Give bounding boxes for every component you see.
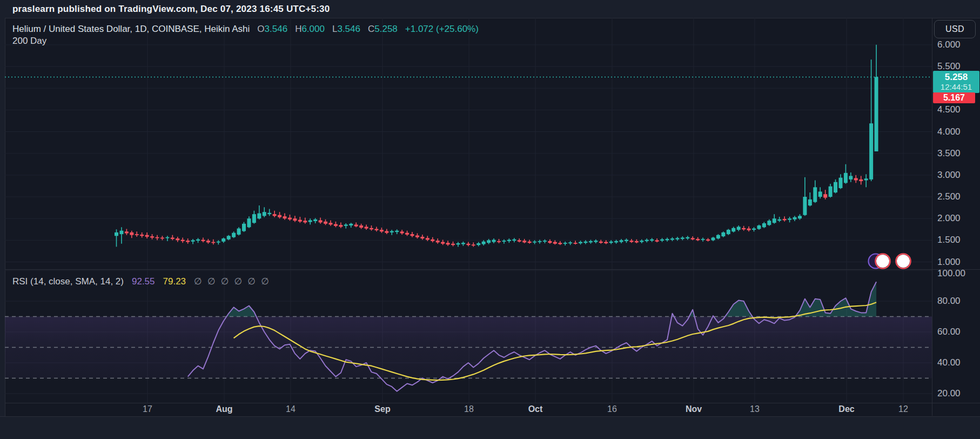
candle-body[interactable] bbox=[125, 231, 129, 233]
candle-body[interactable] bbox=[497, 241, 501, 242]
candle-body[interactable] bbox=[365, 227, 368, 228]
candle-body[interactable] bbox=[263, 212, 266, 216]
candle-body[interactable] bbox=[476, 243, 480, 245]
candle-body[interactable] bbox=[181, 240, 185, 241]
candle-body[interactable] bbox=[691, 238, 695, 239]
candle-body[interactable] bbox=[538, 241, 542, 242]
candle-body[interactable] bbox=[558, 243, 562, 244]
symbol-title[interactable]: Helium / United States Dollar, 1D, COINB… bbox=[12, 24, 250, 35]
candle-body[interactable] bbox=[813, 187, 817, 202]
candle-body[interactable] bbox=[533, 242, 536, 243]
candle-body[interactable] bbox=[395, 231, 399, 232]
candle-body[interactable] bbox=[808, 199, 812, 205]
candle-body[interactable] bbox=[609, 242, 613, 243]
candle-body[interactable] bbox=[273, 214, 277, 216]
candle-body[interactable] bbox=[829, 187, 833, 197]
candle-body[interactable] bbox=[767, 221, 771, 225]
candle-body[interactable] bbox=[492, 240, 496, 242]
candle-body[interactable] bbox=[716, 235, 720, 238]
candle-body[interactable] bbox=[737, 227, 741, 230]
candle-body[interactable] bbox=[247, 218, 251, 227]
candle-body[interactable] bbox=[666, 239, 669, 240]
candle-body[interactable] bbox=[115, 232, 118, 236]
candle-body[interactable] bbox=[420, 237, 424, 238]
candle-body[interactable] bbox=[451, 244, 455, 245]
candle-body[interactable] bbox=[186, 241, 190, 242]
candle-body[interactable] bbox=[747, 229, 751, 230]
candle-body[interactable] bbox=[579, 242, 582, 243]
candle-body[interactable] bbox=[548, 241, 552, 243]
candle-body[interactable] bbox=[650, 240, 654, 241]
candle-body[interactable] bbox=[706, 240, 710, 241]
candle-body[interactable] bbox=[777, 220, 781, 221]
candle-body[interactable] bbox=[583, 242, 587, 243]
candle-body[interactable] bbox=[752, 229, 756, 230]
candle-body[interactable] bbox=[461, 243, 465, 244]
candle-body[interactable] bbox=[553, 242, 557, 244]
candle-body[interactable] bbox=[145, 235, 149, 237]
candle-body[interactable] bbox=[130, 232, 133, 235]
candle-body[interactable] bbox=[518, 240, 521, 241]
candle-body[interactable] bbox=[227, 236, 231, 239]
candle-body[interactable] bbox=[803, 197, 807, 215]
candle-body[interactable] bbox=[374, 229, 378, 230]
candle-body[interactable] bbox=[380, 230, 384, 231]
candle-body[interactable] bbox=[288, 218, 292, 220]
candle-body[interactable] bbox=[875, 77, 878, 151]
candle-body[interactable] bbox=[629, 241, 633, 242]
candle-body[interactable] bbox=[119, 231, 123, 234]
candle-body[interactable] bbox=[788, 218, 791, 220]
heikin-ashi-candles[interactable] bbox=[115, 45, 878, 247]
candle-body[interactable] bbox=[620, 240, 623, 242]
candle-body[interactable] bbox=[727, 230, 730, 234]
candle-body[interactable] bbox=[441, 242, 445, 244]
candle-body[interactable] bbox=[431, 240, 434, 241]
candle-body[interactable] bbox=[328, 223, 332, 224]
candle-body[interactable] bbox=[221, 238, 225, 242]
candle-body[interactable] bbox=[721, 232, 725, 236]
candle-body[interactable] bbox=[165, 237, 169, 238]
candle-body[interactable] bbox=[522, 241, 526, 242]
candle-body[interactable] bbox=[390, 231, 394, 232]
candle-body[interactable] bbox=[563, 243, 567, 244]
candle-body[interactable] bbox=[823, 194, 827, 197]
candle-body[interactable] bbox=[507, 240, 511, 241]
candle-body[interactable] bbox=[293, 218, 297, 221]
candle-body[interactable] bbox=[370, 228, 373, 229]
candle-body[interactable] bbox=[436, 241, 440, 242]
candle-body[interactable] bbox=[844, 173, 848, 183]
candle-body[interactable] bbox=[655, 240, 659, 241]
candle-body[interactable] bbox=[308, 220, 312, 222]
candle-body[interactable] bbox=[415, 235, 419, 237]
candle-body[interactable] bbox=[160, 238, 164, 239]
candle-body[interactable] bbox=[686, 237, 689, 238]
candle-body[interactable] bbox=[211, 242, 215, 243]
candle-body[interactable] bbox=[456, 243, 460, 244]
candle-body[interactable] bbox=[156, 237, 159, 238]
candle-body[interactable] bbox=[625, 240, 628, 241]
candle-body[interactable] bbox=[359, 225, 363, 228]
chart-canvas[interactable] bbox=[0, 0, 980, 439]
candle-body[interactable] bbox=[731, 228, 735, 231]
candle-body[interactable] bbox=[252, 214, 256, 223]
candle-body[interactable] bbox=[140, 235, 144, 236]
candle-body[interactable] bbox=[742, 228, 746, 229]
candle-body[interactable] bbox=[614, 241, 618, 242]
candle-body[interactable] bbox=[196, 240, 200, 241]
candle-body[interactable] bbox=[681, 238, 684, 239]
candle-body[interactable] bbox=[217, 242, 220, 243]
candle-body[interactable] bbox=[171, 238, 174, 239]
currency-toggle-button[interactable]: USD bbox=[934, 20, 976, 38]
candle-body[interactable] bbox=[232, 233, 236, 237]
candle-body[interactable] bbox=[711, 238, 715, 241]
candle-body[interactable] bbox=[150, 236, 154, 237]
candle-body[interactable] bbox=[869, 123, 873, 179]
candle-body[interactable] bbox=[798, 216, 802, 218]
candle-body[interactable] bbox=[283, 216, 287, 218]
candle-body[interactable] bbox=[482, 242, 486, 244]
candle-body[interactable] bbox=[773, 218, 776, 223]
candle-body[interactable] bbox=[298, 220, 302, 222]
rsi-legend[interactable]: RSI (14, close, SMA, 14, 2) 92.55 79.23 … bbox=[12, 276, 274, 287]
candle-body[interactable] bbox=[818, 191, 822, 197]
candle-body[interactable] bbox=[385, 231, 388, 232]
